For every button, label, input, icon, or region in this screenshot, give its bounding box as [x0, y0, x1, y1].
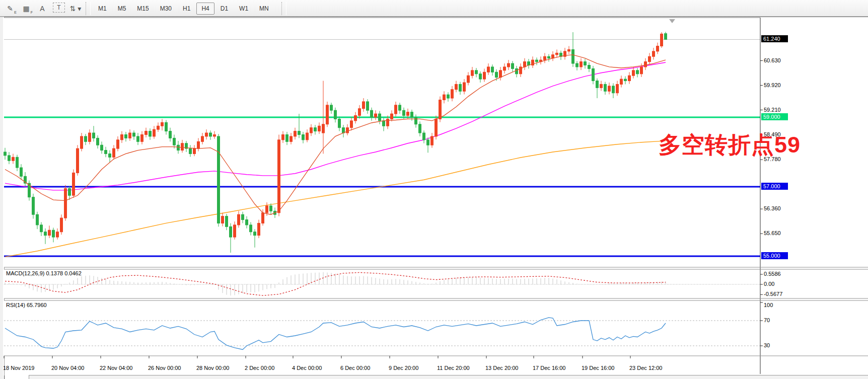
- candle-body: [20, 168, 23, 176]
- bottom-frame-tick: [4, 375, 5, 379]
- candle-body: [600, 84, 603, 88]
- candle-body: [455, 84, 458, 89]
- candle-body: [141, 135, 143, 142]
- candle-body: [4, 152, 7, 156]
- candle-body: [193, 148, 196, 154]
- chart-canvas[interactable]: [0, 0, 868, 379]
- candle-body: [181, 143, 184, 150]
- candle-body: [149, 131, 152, 136]
- candle-body: [161, 122, 164, 126]
- candle-body: [431, 136, 433, 145]
- level-badge-55.000: 55.000: [761, 252, 788, 259]
- candle-body: [624, 79, 627, 81]
- rsi-label: RSI(14) 65.7960: [6, 302, 47, 308]
- candle-body: [85, 136, 87, 141]
- candle-body: [133, 133, 135, 136]
- candle-body: [145, 131, 148, 135]
- candle-body: [250, 225, 252, 232]
- candle-body: [536, 60, 538, 61]
- candle-body: [403, 110, 405, 115]
- candle-body: [73, 173, 75, 195]
- price-tick-label: 56.360: [764, 205, 781, 211]
- candle-body: [165, 122, 168, 131]
- candle-body: [205, 133, 208, 136]
- date-label: 23 Dec 12:00: [629, 365, 662, 371]
- candle-body: [101, 145, 103, 150]
- candle-body: [459, 84, 462, 91]
- candle-body: [330, 105, 333, 110]
- candle-body: [411, 112, 413, 117]
- candle-body: [36, 214, 39, 225]
- candle-body: [8, 156, 11, 161]
- candle-body: [371, 110, 373, 117]
- candle-body: [77, 148, 79, 173]
- date-label: 6 Dec 00:00: [340, 365, 370, 371]
- candle-body: [604, 84, 607, 91]
- date-label: 9 Dec 20:00: [389, 365, 418, 371]
- rsi-tick-label: 100: [764, 302, 773, 308]
- candle-body: [620, 79, 623, 84]
- candle-body: [423, 133, 425, 140]
- candle-body: [648, 56, 651, 61]
- price-tick-label: 58.490: [764, 131, 781, 137]
- candle-body: [234, 225, 236, 237]
- date-label: 28 Nov 00:00: [196, 365, 229, 371]
- date-label: 11 Dec 20:00: [437, 365, 470, 371]
- candle-body: [395, 105, 397, 114]
- candle-body: [113, 148, 115, 157]
- candle-body: [354, 116, 357, 121]
- candle-body: [169, 131, 172, 138]
- candle-body: [475, 70, 478, 74]
- candle-body: [391, 114, 393, 119]
- candle-body: [246, 220, 248, 225]
- candle-body: [665, 34, 667, 40]
- candle-body: [173, 138, 176, 145]
- rsi-tick-label: 70: [764, 317, 770, 323]
- date-label: 20 Nov 04:00: [51, 365, 84, 371]
- candle-body: [548, 56, 550, 58]
- candle-body: [588, 65, 591, 69]
- candle-body: [93, 133, 95, 138]
- candle-body: [197, 141, 200, 148]
- date-label: 17 Dec 16:00: [533, 365, 565, 371]
- date-label: 19 Dec 16:00: [582, 365, 614, 371]
- candle-body: [467, 75, 470, 83]
- candle-body: [367, 102, 369, 110]
- candle-body: [60, 218, 63, 232]
- candle-body: [661, 34, 663, 46]
- date-label: 26 Nov 00:00: [148, 365, 181, 371]
- candle-body: [596, 81, 599, 88]
- candle-body: [222, 216, 224, 223]
- candle-body: [592, 68, 595, 81]
- candle-body: [89, 133, 91, 141]
- candle-body: [342, 128, 345, 133]
- candle-body: [266, 206, 268, 213]
- price-tick-label: 57.780: [764, 156, 781, 162]
- candle-body: [383, 121, 385, 126]
- macd-label: MACD(12,26,9) 0.1378 0.0462: [6, 270, 82, 276]
- candle-body: [16, 157, 19, 168]
- candle-body: [463, 83, 466, 91]
- candle-body: [64, 188, 67, 218]
- candle-body: [326, 105, 329, 124]
- candle-body: [137, 136, 139, 141]
- candle-body: [338, 119, 341, 127]
- candle-body: [451, 90, 454, 98]
- candle-body: [258, 223, 260, 235]
- candle-body: [97, 138, 99, 145]
- candle-body: [508, 63, 510, 67]
- candle-body: [52, 230, 55, 237]
- candle-body: [121, 135, 123, 140]
- candle-body: [290, 136, 293, 141]
- candle-body: [213, 135, 216, 136]
- candle-body: [242, 214, 244, 219]
- candle-body: [12, 157, 15, 161]
- candle-body: [608, 86, 611, 91]
- candle-body: [379, 114, 381, 121]
- candle-body: [657, 46, 659, 51]
- candle-body: [153, 129, 156, 136]
- candle-body: [189, 148, 192, 154]
- candle-body: [177, 145, 180, 150]
- candle-body: [298, 131, 301, 135]
- price-tick-label: 55.650: [764, 230, 781, 236]
